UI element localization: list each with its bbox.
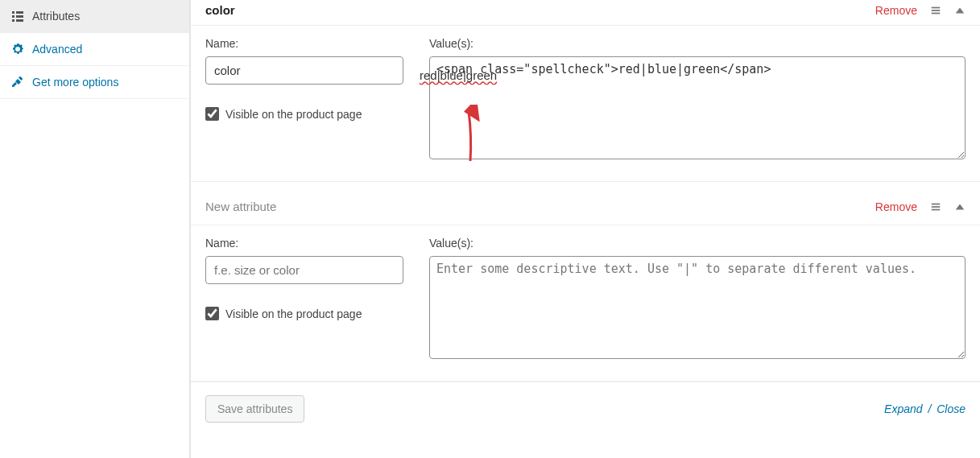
product-data-sidebar: Attributes Advanced Get more options	[0, 0, 190, 458]
sidebar-item-attributes[interactable]: Attributes	[0, 0, 189, 33]
attribute-header: New attribute Remove	[191, 182, 980, 225]
visible-on-product-page-label: Visible on the product page	[225, 108, 362, 121]
remove-attribute-link[interactable]: Remove	[875, 4, 917, 17]
remove-attribute-link[interactable]: Remove	[875, 200, 917, 213]
svg-rect-5	[16, 19, 23, 22]
attribute-name-input[interactable]	[205, 256, 403, 284]
sidebar-item-advanced[interactable]: Advanced	[0, 33, 189, 66]
sidebar-item-label: Attributes	[32, 10, 80, 23]
attributes-footer: Save attributes Expand / Close	[191, 382, 980, 423]
svg-rect-2	[12, 15, 14, 18]
values-label: Value(s):	[429, 237, 966, 250]
collapse-toggle-icon[interactable]	[954, 5, 966, 16]
collapse-toggle-icon[interactable]	[954, 201, 966, 212]
svg-marker-13	[956, 204, 965, 209]
attribute-title: New attribute	[205, 200, 875, 213]
svg-rect-0	[12, 11, 14, 14]
attribute-block: color Remove Name: Vis	[191, 0, 980, 182]
svg-rect-4	[12, 19, 14, 22]
attributes-panel: color Remove Name: Vis	[190, 0, 980, 458]
svg-rect-1	[16, 11, 23, 14]
plugin-icon	[11, 76, 24, 89]
svg-rect-3	[16, 15, 23, 18]
attribute-block: New attribute Remove Name:	[191, 182, 980, 382]
gear-icon	[11, 43, 24, 56]
drag-handle-icon[interactable]	[930, 201, 941, 212]
expand-all-link[interactable]: Expand	[884, 402, 922, 415]
attribute-body: Name: Visible on the product page Value(…	[191, 225, 980, 381]
visible-on-product-page-checkbox[interactable]	[205, 107, 219, 121]
attribute-values-input[interactable]	[429, 256, 966, 359]
values-label: Value(s):	[429, 37, 966, 50]
attribute-values-input[interactable]: <span class="spellcheck">red|blue|green<…	[429, 56, 966, 159]
sidebar-item-label: Advanced	[32, 43, 82, 56]
attribute-header: color Remove	[191, 0, 980, 25]
save-attributes-button[interactable]: Save attributes	[205, 395, 304, 423]
sidebar-item-label: Get more options	[32, 76, 118, 89]
attribute-name-input[interactable]	[205, 56, 403, 85]
svg-marker-9	[956, 7, 965, 13]
separator: /	[928, 402, 931, 415]
attribute-body: Name: Visible on the product page Value(…	[191, 25, 980, 181]
sidebar-item-get-more-options[interactable]: Get more options	[0, 66, 189, 99]
drag-handle-icon[interactable]	[930, 5, 941, 16]
attribute-title: color	[205, 3, 875, 17]
name-label: Name:	[205, 37, 403, 50]
list-icon	[11, 10, 24, 23]
visible-on-product-page-label: Visible on the product page	[225, 307, 362, 320]
close-all-link[interactable]: Close	[937, 402, 966, 415]
visible-on-product-page-checkbox[interactable]	[205, 307, 219, 320]
name-label: Name:	[205, 237, 403, 250]
